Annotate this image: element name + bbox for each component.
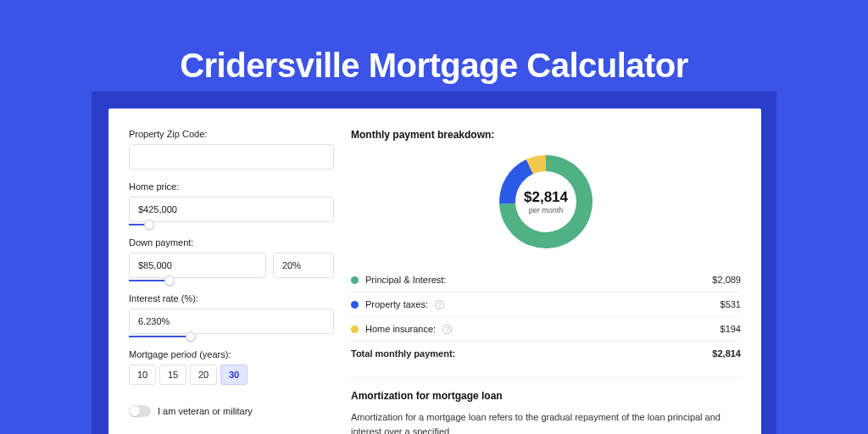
legend-item-value: $194 [721,324,741,334]
down-payment-pct-input[interactable] [273,253,334,278]
amortization-body: Amortization for a mortgage loan refers … [351,410,741,434]
breakdown-heading: Monthly payment breakdown: [351,129,741,141]
amortization-heading: Amortization for mortgage loan [351,390,741,402]
mortgage-period-label: Mortgage period (years): [129,349,334,359]
legend-row: Principal & Interest:$2,089 [351,268,741,292]
legend-row: Home insurance:?$194 [351,316,741,341]
legend-item-value: $531 [721,299,741,309]
calculator-card: Property Zip Code: Home price: Down paym… [108,108,761,434]
interest-rate-label: Interest rate (%): [129,293,334,303]
page-title: Cridersville Mortgage Calculator [0,47,868,85]
legend-dot-icon [351,276,359,284]
down-payment-label: Down payment: [129,237,334,248]
veteran-toggle-label: I am veteran or military [158,406,253,416]
home-price-slider[interactable] [129,224,334,225]
donut-center-amount: $2,814 [524,189,568,206]
home-price-label: Home price: [129,181,334,192]
mortgage-period-option-20[interactable]: 20 [190,364,217,385]
total-label: Total monthly payment: [351,348,455,359]
legend-dot-icon [351,326,359,333]
legend-item-label: Principal & Interest: [365,275,446,285]
down-payment-input[interactable] [129,253,266,278]
legend-item-label: Home insurance: [365,324,436,334]
veteran-toggle[interactable] [129,405,151,417]
interest-rate-slider[interactable] [129,336,334,337]
legend-dot-icon [351,301,359,309]
form-column: Property Zip Code: Home price: Down paym… [129,129,334,414]
legend-row: Property taxes:?$531 [351,292,741,316]
mortgage-period-option-10[interactable]: 10 [129,364,156,385]
donut-center-sub: per month [524,206,568,214]
interest-rate-input[interactable] [129,309,334,334]
zip-label: Property Zip Code: [129,129,334,139]
mortgage-period-option-30[interactable]: 30 [220,364,248,385]
legend-item-value: $2,089 [712,275,741,285]
zip-input[interactable] [129,144,334,170]
info-icon[interactable]: ? [442,325,452,334]
info-icon[interactable]: ? [435,300,444,309]
total-value: $2,814 [712,348,741,359]
legend-item-label: Property taxes: [365,299,428,309]
mortgage-period-option-15[interactable]: 15 [159,364,186,385]
results-column: Monthly payment breakdown: $2,814 per mo… [351,129,741,414]
down-payment-slider[interactable] [129,280,334,281]
home-price-input[interactable] [129,197,334,222]
breakdown-donut-chart: $2,814 per month [495,151,597,253]
